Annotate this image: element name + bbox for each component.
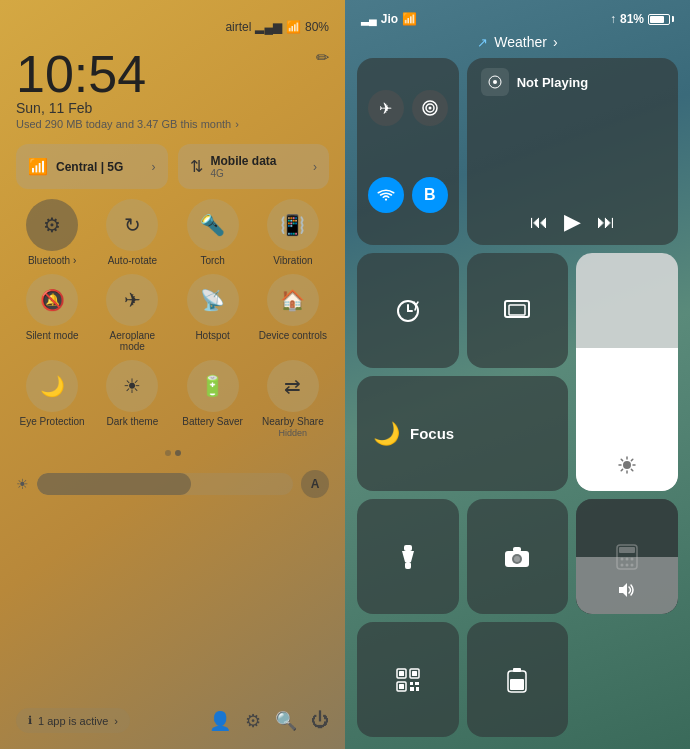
volume-icon bbox=[618, 582, 636, 602]
brightness-slider[interactable] bbox=[37, 473, 293, 495]
play-pause-button[interactable]: ▶ bbox=[564, 209, 581, 235]
svg-point-4 bbox=[493, 80, 497, 84]
wifi-label: Central | 5G bbox=[56, 160, 123, 174]
search-icon[interactable]: 🔍 bbox=[275, 710, 297, 732]
toggle-nearby-share[interactable]: ⇄ Nearby ShareHidden bbox=[257, 360, 329, 438]
aeroplane-icon: ✈ bbox=[124, 288, 141, 312]
page-dots bbox=[16, 450, 329, 456]
signal-bars-icon: ▂▄ bbox=[361, 13, 377, 26]
dark-theme-icon: ☀ bbox=[123, 374, 141, 398]
nearby-share-icon: ⇄ bbox=[284, 374, 301, 398]
location-icon: ↑ bbox=[610, 12, 616, 26]
svg-point-8 bbox=[623, 461, 631, 469]
previous-track-button[interactable]: ⏮ bbox=[530, 212, 548, 233]
wifi-icon: 📶 bbox=[402, 12, 417, 26]
battery-icon bbox=[648, 14, 674, 25]
wifi-network-button[interactable]: 📶 Central | 5G › bbox=[16, 144, 168, 189]
svg-rect-44 bbox=[513, 668, 521, 672]
vibration-label: Vibration bbox=[273, 255, 312, 266]
weather-label: Weather bbox=[494, 34, 547, 50]
toggle-vibration[interactable]: 📳 Vibration bbox=[257, 199, 329, 266]
brightness-icon: ☀ bbox=[16, 476, 29, 492]
edit-icon[interactable]: ✏ bbox=[316, 48, 329, 67]
now-playing-block: Not Playing ⏮ ▶ ⏭ bbox=[467, 58, 678, 245]
battery-saver-icon: 🔋 bbox=[200, 374, 225, 398]
focus-button[interactable]: 🌙 Focus bbox=[357, 376, 568, 491]
toggle-device-controls[interactable]: 🏠 Device controls bbox=[257, 274, 329, 352]
battery-percent: 81% bbox=[620, 12, 644, 26]
qr-code-button[interactable] bbox=[357, 622, 459, 737]
svg-rect-45 bbox=[510, 679, 524, 690]
location-arrow-icon: ↗ bbox=[477, 35, 488, 50]
screen-mirror-button[interactable] bbox=[467, 253, 569, 368]
silent-label: Silent mode bbox=[26, 330, 79, 341]
toggle-bluetooth[interactable]: ⚙ Bluetooth › bbox=[16, 199, 88, 266]
battery-health-button[interactable] bbox=[467, 622, 569, 737]
camera-button[interactable] bbox=[467, 499, 569, 614]
mobile-data-icon: ⇅ bbox=[190, 157, 203, 176]
focus-label: Focus bbox=[410, 425, 454, 442]
info-icon: ℹ bbox=[28, 714, 32, 727]
svg-rect-36 bbox=[412, 671, 417, 676]
dot-2 bbox=[175, 450, 181, 456]
svg-line-13 bbox=[621, 459, 622, 460]
aeroplane-label: Aeroplane mode bbox=[96, 330, 168, 352]
chevron-right-icon: › bbox=[152, 160, 156, 174]
toggle-silent-mode[interactable]: 🔕 Silent mode bbox=[16, 274, 88, 352]
svg-rect-39 bbox=[410, 682, 413, 685]
mobile-data-sub: 4G bbox=[211, 168, 277, 179]
bluetooth-label: Bluetooth › bbox=[28, 255, 76, 266]
moon-icon: 🌙 bbox=[373, 421, 400, 447]
svg-point-23 bbox=[514, 556, 520, 562]
chevron-right-icon: › bbox=[553, 34, 558, 50]
brightness-slider-ios[interactable] bbox=[576, 253, 678, 491]
bluetooth-toggle[interactable]: B bbox=[412, 177, 448, 213]
user-icon[interactable]: 👤 bbox=[209, 710, 231, 732]
ios-status-bar: ▂▄ Jio 📶 ↑ 81% bbox=[357, 12, 678, 26]
carrier-label: Jio bbox=[381, 12, 398, 26]
settings-icon[interactable]: ⚙ bbox=[245, 710, 261, 732]
torch-icon: 🔦 bbox=[200, 213, 225, 237]
bottom-icons: 👤 ⚙ 🔍 ⏻ bbox=[209, 710, 329, 732]
time-section: 10:54 Sun, 11 Feb Used 290 MB today and … bbox=[16, 48, 329, 130]
airplane-mode-toggle[interactable]: ✈ bbox=[368, 90, 404, 126]
volume-slider-ios[interactable] bbox=[576, 499, 678, 614]
toggle-auto-rotate[interactable]: ↻ Auto-rotate bbox=[96, 199, 168, 266]
svg-rect-24 bbox=[513, 547, 521, 552]
vibration-icon: 📳 bbox=[280, 213, 305, 237]
auto-brightness-button[interactable]: A bbox=[301, 470, 329, 498]
android-control-panel: airtel ▂▄▆ 📶 80% 10:54 Sun, 11 Feb Used … bbox=[0, 0, 345, 749]
ios-cc-grid: ✈ B bbox=[357, 58, 678, 737]
connectivity-block: ✈ B bbox=[357, 58, 459, 245]
toggle-eye-protection[interactable]: 🌙 Eye Protection bbox=[16, 360, 88, 438]
chevron-right-icon: › bbox=[114, 715, 118, 727]
carrier-text: airtel bbox=[225, 20, 251, 34]
svg-rect-41 bbox=[410, 687, 414, 691]
power-icon[interactable]: ⏻ bbox=[311, 710, 329, 732]
nearby-share-label: Nearby ShareHidden bbox=[262, 416, 324, 438]
ios-control-center: ▂▄ Jio 📶 ↑ 81% ↗ Weather › ✈ bbox=[345, 0, 690, 749]
toggle-dark-theme[interactable]: ☀ Dark theme bbox=[96, 360, 168, 438]
hotspot-label: Hotspot bbox=[195, 330, 229, 341]
next-track-button[interactable]: ⏭ bbox=[597, 212, 615, 233]
flashlight-button[interactable] bbox=[357, 499, 459, 614]
svg-rect-20 bbox=[405, 562, 411, 569]
toggle-hotspot[interactable]: 📡 Hotspot bbox=[177, 274, 249, 352]
svg-point-2 bbox=[428, 107, 431, 110]
toggle-aeroplane[interactable]: ✈ Aeroplane mode bbox=[96, 274, 168, 352]
svg-rect-40 bbox=[415, 682, 419, 685]
weather-bar[interactable]: ↗ Weather › bbox=[357, 34, 678, 50]
mobile-data-button[interactable]: ⇅ Mobile data 4G › bbox=[178, 144, 330, 189]
device-controls-icon: 🏠 bbox=[280, 288, 305, 312]
wifi-toggle[interactable] bbox=[368, 177, 404, 213]
auto-rotate-label: Auto-rotate bbox=[108, 255, 157, 266]
rotation-lock-button[interactable] bbox=[357, 253, 459, 368]
chevron-right-icon: › bbox=[235, 118, 239, 130]
time-display: 10:54 bbox=[16, 48, 239, 100]
cellular-data-toggle[interactable] bbox=[412, 90, 448, 126]
active-app-pill[interactable]: ℹ 1 app is active › bbox=[16, 708, 130, 733]
eye-protection-label: Eye Protection bbox=[20, 416, 85, 427]
svg-rect-42 bbox=[416, 687, 419, 691]
toggle-battery-saver[interactable]: 🔋 Battery Saver bbox=[177, 360, 249, 438]
toggle-torch[interactable]: 🔦 Torch bbox=[177, 199, 249, 266]
